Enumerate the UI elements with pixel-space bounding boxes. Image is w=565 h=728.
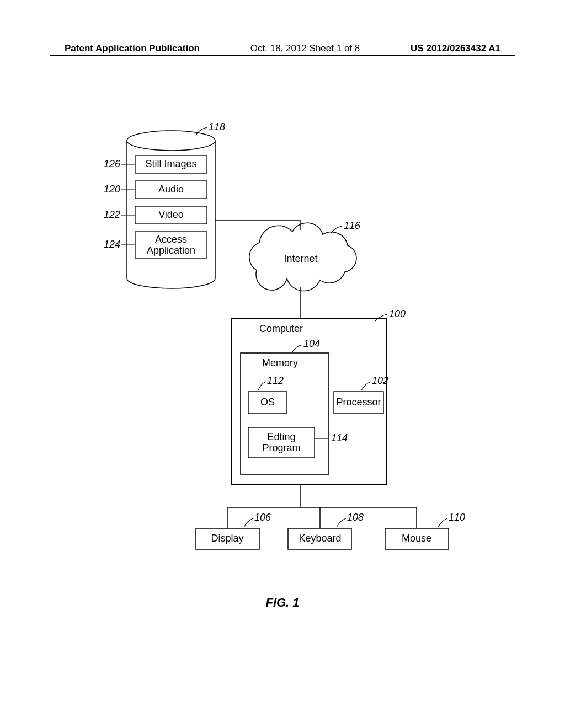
storage-item-video: Video — [158, 209, 184, 220]
ref-122: 122 — [104, 209, 120, 220]
header-left: Patent Application Publication — [65, 43, 200, 54]
ref-120: 120 — [104, 184, 120, 195]
editing-label-l1: Edting — [267, 431, 295, 442]
os-label: OS — [260, 397, 275, 408]
header-divider — [50, 55, 515, 56]
ref-112: 112 — [267, 375, 284, 386]
storage-item-access-l2: Application — [147, 245, 195, 256]
ref-106: 106 — [254, 512, 271, 523]
ref-108: 108 — [347, 512, 364, 523]
ref-114: 114 — [331, 432, 348, 443]
figure-label: FIG. 1 — [0, 596, 565, 610]
storage-item-access-l1: Access — [155, 234, 187, 245]
keyboard-label: Keyboard — [299, 533, 341, 544]
figure-1-diagram: 118 Still Images Audio Video Access Appl… — [83, 121, 480, 574]
computer-label: Computer — [259, 323, 303, 334]
editing-label-l2: Program — [262, 442, 300, 453]
svg-point-0 — [127, 131, 215, 151]
header-right: US 2012/0263432 A1 — [411, 43, 500, 54]
ref-124: 124 — [104, 239, 120, 250]
header-mid: Oct. 18, 2012 Sheet 1 of 8 — [250, 43, 360, 54]
ref-126: 126 — [104, 158, 121, 169]
storage-item-audio: Audio — [158, 184, 184, 195]
display-label: Display — [211, 533, 243, 544]
processor-label: Processor — [336, 397, 381, 408]
internet-label: Internet — [284, 253, 317, 264]
page-header: Patent Application Publication Oct. 18, … — [0, 43, 565, 54]
storage-item-still-images: Still Images — [145, 158, 196, 169]
mouse-label: Mouse — [402, 533, 431, 544]
ref-100: 100 — [389, 308, 406, 319]
memory-label: Memory — [262, 357, 298, 368]
ref-110: 110 — [449, 512, 465, 523]
ref-116: 116 — [344, 220, 361, 231]
ref-118: 118 — [209, 121, 225, 132]
ref-104: 104 — [303, 338, 320, 349]
ref-102: 102 — [372, 375, 388, 386]
